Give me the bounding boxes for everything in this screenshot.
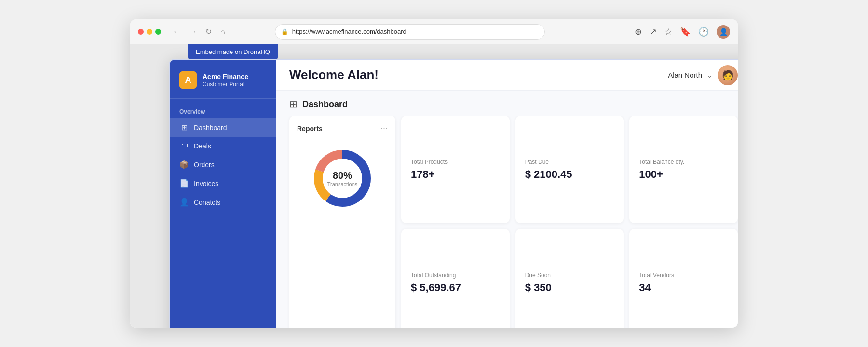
stat-label-past-due: Past Due bbox=[525, 159, 614, 165]
reports-title: Reports bbox=[297, 125, 323, 133]
stat-value-past-due: $ 2100.45 bbox=[525, 168, 614, 181]
app-window: A Acme Finance Customer Portal Overview … bbox=[169, 59, 738, 328]
reports-card-header: Reports ··· bbox=[297, 123, 388, 133]
stat-label-due-soon: Due Soon bbox=[525, 272, 614, 279]
reports-card: Reports ··· bbox=[289, 116, 395, 328]
sidebar-item-invoices[interactable]: 📄 Invoices bbox=[170, 174, 276, 193]
welcome-title: Welcome Alan! bbox=[289, 67, 668, 82]
user-avatar: 🧑 bbox=[718, 65, 738, 85]
topbar: Welcome Alan! Alan North ⌄ 🧑 bbox=[276, 60, 738, 91]
stat-value-total-vendors: 34 bbox=[639, 281, 728, 294]
home-button[interactable]: ⌂ bbox=[218, 26, 227, 38]
url-text: https://www.acmefinance.com/dashboard bbox=[292, 28, 407, 35]
browser-titlebar: ← → ↻ ⌂ 🔒 https://www.acmefinance.com/da… bbox=[130, 19, 738, 44]
sidebar-item-deals[interactable]: 🏷 Deals bbox=[170, 137, 276, 155]
stat-label-total-outstanding: Total Outstanding bbox=[411, 272, 500, 279]
dashboard-icon: ⊞ bbox=[179, 123, 189, 132]
stat-value-due-soon: $ 350 bbox=[525, 281, 614, 294]
browser-action-icons: ⊕ ↗ ☆ 🔖 🕐 👤 bbox=[635, 25, 730, 39]
page-header-title: Dashboard bbox=[302, 99, 348, 109]
user-name: Alan North bbox=[668, 71, 702, 79]
stat-label-total-products: Total Products bbox=[411, 159, 500, 165]
invoices-icon: 📄 bbox=[179, 179, 189, 188]
orders-icon: 📦 bbox=[179, 160, 189, 169]
chevron-down-icon: ⌄ bbox=[707, 71, 713, 79]
stat-value-total-outstanding: $ 5,699.67 bbox=[411, 281, 500, 294]
stat-card-total-outstanding: Total Outstanding $ 5,699.67 bbox=[401, 229, 510, 328]
sidebar-app-info: Acme Finance Customer Portal bbox=[203, 72, 248, 88]
close-button-dot[interactable] bbox=[138, 29, 144, 35]
main-content: Welcome Alan! Alan North ⌄ 🧑 ⊞ Dashboard bbox=[276, 60, 738, 328]
donut-label: Transactions bbox=[327, 181, 358, 187]
deals-icon: 🏷 bbox=[179, 142, 189, 150]
sidebar-item-label-orders: Orders bbox=[194, 161, 215, 169]
stats-grid: Reports ··· bbox=[289, 116, 738, 328]
back-button[interactable]: ← bbox=[171, 26, 182, 38]
embed-badge: Embed made on DronaHQ bbox=[188, 44, 278, 59]
sidebar-item-dashboard[interactable]: ⊞ Dashboard bbox=[170, 118, 276, 137]
sidebar-item-label-deals: Deals bbox=[194, 142, 211, 150]
dashboard-body: Reports ··· bbox=[276, 116, 738, 328]
zoom-icon[interactable]: ⊕ bbox=[635, 27, 642, 37]
reload-button[interactable]: ↻ bbox=[203, 25, 214, 38]
stat-value-total-balance: 100+ bbox=[639, 168, 728, 181]
maximize-button-dot[interactable] bbox=[155, 29, 161, 35]
history-icon[interactable]: 🕐 bbox=[698, 27, 709, 37]
stat-card-past-due: Past Due $ 2100.45 bbox=[515, 116, 624, 223]
window-controls bbox=[138, 29, 161, 35]
contacts-icon: 👤 bbox=[179, 198, 189, 207]
stat-card-total-products: Total Products 178+ bbox=[401, 116, 510, 223]
sidebar-item-orders[interactable]: 📦 Orders bbox=[170, 155, 276, 174]
browser-profile-avatar[interactable]: 👤 bbox=[717, 25, 730, 39]
donut-center: 80% Transactions bbox=[327, 170, 358, 187]
page-header-icon: ⊞ bbox=[289, 98, 298, 110]
sidebar-item-label-invoices: Invoices bbox=[194, 180, 218, 187]
sidebar-item-label-dashboard: Dashboard bbox=[194, 124, 227, 132]
browser-window: ← → ↻ ⌂ 🔒 https://www.acmefinance.com/da… bbox=[130, 19, 738, 328]
bookmarks-icon[interactable]: 🔖 bbox=[680, 27, 691, 37]
stat-card-due-soon: Due Soon $ 350 bbox=[515, 229, 624, 328]
page-header: ⊞ Dashboard bbox=[276, 91, 738, 116]
stat-card-total-balance: Total Balance qty. 100+ bbox=[629, 116, 738, 223]
sidebar-header: A Acme Finance Customer Portal bbox=[170, 60, 276, 99]
minimize-button-dot[interactable] bbox=[147, 29, 152, 35]
bookmark-icon[interactable]: ☆ bbox=[665, 27, 672, 37]
user-area[interactable]: Alan North ⌄ 🧑 bbox=[668, 65, 738, 85]
stat-card-total-vendors: Total Vendors 34 bbox=[629, 229, 738, 328]
address-bar[interactable]: 🔒 https://www.acmefinance.com/dashboard bbox=[275, 24, 545, 40]
reports-menu-icon[interactable]: ··· bbox=[380, 123, 388, 133]
donut-chart-container: 80% Transactions bbox=[297, 139, 388, 217]
forward-button[interactable]: → bbox=[187, 26, 199, 38]
donut-percent: 80% bbox=[327, 170, 358, 181]
sidebar-item-contacts[interactable]: 👤 Conatcts bbox=[170, 193, 276, 212]
sidebar-app-name: Acme Finance bbox=[203, 72, 248, 81]
stat-label-total-balance: Total Balance qty. bbox=[639, 159, 728, 165]
sidebar-item-label-contacts: Conatcts bbox=[194, 199, 220, 206]
sidebar: A Acme Finance Customer Portal Overview … bbox=[170, 60, 276, 328]
avatar-image: 🧑 bbox=[718, 65, 738, 85]
browser-navigation: ← → ↻ ⌂ bbox=[171, 25, 227, 38]
sidebar-app-sub: Customer Portal bbox=[203, 81, 248, 88]
browser-content: Embed made on DronaHQ A Acme Finance Cus… bbox=[130, 44, 738, 328]
sidebar-logo: A bbox=[179, 71, 197, 89]
donut-chart: 80% Transactions bbox=[311, 147, 374, 210]
sidebar-section-overview: Overview bbox=[170, 103, 276, 118]
stat-value-total-products: 178+ bbox=[411, 168, 500, 181]
lock-icon: 🔒 bbox=[281, 28, 288, 35]
stat-label-total-vendors: Total Vendors bbox=[639, 272, 728, 279]
share-icon[interactable]: ↗ bbox=[650, 27, 657, 37]
